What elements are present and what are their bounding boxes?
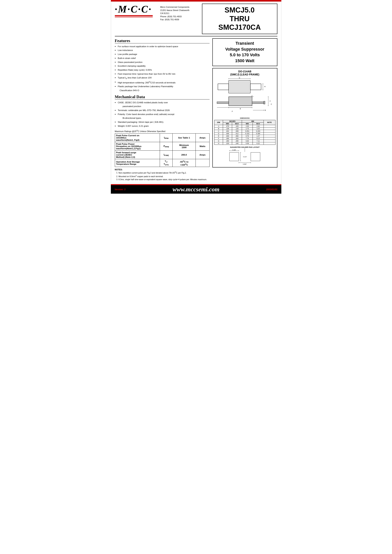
table-row: G.260.2806.607.11 (214, 140, 275, 142)
left-column: Features For surface mount application i… (115, 38, 210, 181)
bottom-footer: Version: 3 www.mccsemi.com 2003/01/01 (111, 185, 281, 194)
dim-mm-header: MM (242, 120, 264, 122)
svg-text:0.185: 0.185 (232, 149, 236, 151)
two-column-layout: Features For surface mount application i… (115, 38, 277, 181)
mech-item: CASE: JEDEC DO-214AB molded plastic body… (115, 101, 210, 108)
rating-symbol: IFSM) (160, 151, 173, 159)
table-row: C.002.0080.0510.203 (214, 130, 275, 132)
mechanical-title: Mechanical Data (115, 94, 210, 99)
svg-text:C: C (271, 103, 272, 105)
dim-mm-max-header: MAX (253, 122, 264, 125)
note-item: Non-repetitive current pulse per Fig.3 a… (119, 171, 210, 174)
table-row: E.030.0500.761.27 (214, 135, 275, 137)
rating-unit (196, 159, 209, 167)
mech-item: Polarity: Color band denotes positive en… (115, 112, 210, 120)
feature-item: Typical ID less than 1uA above 10V (115, 76, 210, 80)
logo: ·M·C·C· (115, 4, 152, 15)
feature-item: Fast response time: typical less than 1p… (115, 72, 210, 76)
table-row: D.006.0120.1520.305 (214, 132, 275, 135)
svg-rect-33 (251, 152, 260, 161)
company-name: Micro Commercial Components (160, 6, 198, 9)
rating-label: Peak Pulse PowerDisspation on 10/1000usw… (115, 142, 160, 151)
notes-section: NOTES: Non-repetitive current pulse per … (115, 168, 210, 181)
svg-rect-12 (229, 97, 252, 106)
rating-label: Operation And StorageTemperature Range (115, 159, 160, 167)
date-label: 2003/01/01 (262, 188, 278, 191)
logo-area: ·M·C·C· (115, 4, 156, 17)
svg-rect-15 (264, 101, 265, 104)
feature-item: Built-in strain relief (115, 56, 210, 60)
fax: Fax: (818) 701-4939 (160, 18, 198, 21)
svg-text:F: F (232, 111, 233, 112)
note-item: 8.3ms, single half sine-wave or equivale… (119, 178, 210, 181)
table-row: A.079.1032.002.62 (214, 125, 275, 127)
svg-text:A: A (269, 100, 271, 102)
feature-item: Repetition Rate( duty cycle): 0.05% (115, 68, 210, 72)
svg-rect-2 (250, 84, 261, 90)
dim-mm-min-header: MIN (242, 122, 253, 125)
feature-item: Plastic package has Underwrites Laborato… (115, 84, 210, 92)
part-number: SMCJ5.0THRUSMCJ170CA (204, 6, 275, 32)
feature-item: For surface mount application in order t… (115, 44, 210, 49)
dim-col-header: D/M (214, 120, 223, 125)
table-row: F.305.3207.758.13 (214, 137, 275, 140)
dimensions-label: DIMENSIONS (214, 117, 275, 119)
solder-pad-title: SUGGESTED SOLDER PAD LAYOUT (214, 146, 275, 148)
dim-note-header: NOTE (264, 120, 275, 125)
package-diagram-box: DO-214AB (SMCJ) (LEAD FRAME) G (212, 68, 277, 168)
ratings-table: Peak Pulse Current on10/1000uswaveform(N… (115, 133, 210, 167)
right-column: Transient Voltage Suppressor 5.0 to 170 … (212, 38, 277, 181)
rating-symbol: PPPM (160, 142, 173, 151)
phone: Phone: (818) 701-4933 (160, 15, 198, 18)
package-diagram-svg: G H D (214, 77, 275, 117)
dim-max-header: MAX (232, 122, 242, 125)
notes-title: NOTES: (115, 168, 210, 171)
rating-label: Peak forward surgecurrent (JEDECMethod) … (115, 151, 160, 159)
feature-item: Low profile package (115, 52, 210, 56)
feature-list: For surface mount application in order t… (115, 44, 210, 92)
address2: CA 91311 (160, 12, 198, 15)
rating-value: Minimum1500 (173, 142, 196, 151)
rating-symbol: IPPM (160, 133, 173, 142)
svg-rect-32 (230, 152, 239, 161)
notes-list: Non-repetitive current pulse per Fig.3 a… (115, 171, 210, 181)
svg-text:0.121": 0.121" (243, 156, 247, 158)
dimensions-table: D/M INCHES MM NOTE MIN MAX MIN MAX (214, 120, 275, 145)
address1: 21201 Itasca Street Chatsworth (160, 9, 198, 12)
rating-symbol: TJ,TSTG (160, 159, 173, 167)
table-row: B.108.1282.753.25 (214, 127, 275, 130)
rating-label: Peak Pulse Current on10/1000uswaveform(N… (115, 133, 160, 142)
mechanical-list: CASE: JEDEC DO-214AB molded plastic body… (115, 101, 210, 128)
feature-item: Low inductance (115, 48, 210, 52)
dim-table-body: A.079.1032.002.62 B.108.1282.753.25 C.00… (214, 125, 275, 145)
dim-inches-header: INCHES (223, 120, 242, 122)
svg-text:H: H (264, 86, 266, 88)
svg-text:E: E (240, 108, 241, 110)
product-description-box: Transient Voltage Suppressor 5.0 to 170 … (212, 38, 277, 66)
max-ratings-label: Maximum Ratings @25OC Unless Otherwise S… (115, 130, 210, 133)
package-title: DO-214AB (SMCJ) (LEAD FRAME) (214, 70, 275, 76)
mechanical-section: Mechanical Data CASE: JEDEC DO-214AB mol… (115, 94, 210, 128)
svg-rect-1 (218, 84, 229, 90)
svg-rect-3 (230, 82, 249, 92)
version-label: Version: 3 (115, 188, 130, 191)
rating-value: -55OC to+150OC (173, 159, 196, 167)
solder-pad-section: SUGGESTED SOLDER PAD LAYOUT 0.185 (214, 146, 275, 166)
svg-text:B: B (265, 109, 266, 111)
svg-rect-14 (252, 102, 264, 104)
svg-rect-13 (217, 102, 229, 104)
table-row: H.220.2455.596.22 (214, 142, 275, 145)
solder-pad-svg: 0.185 0.121" 0.060" (228, 148, 262, 165)
header-section: ·M·C·C· Micro Commercial Components 2120… (115, 4, 277, 36)
rating-unit: Amps (196, 133, 209, 142)
features-title: Features (115, 38, 210, 43)
dim-min-header: MIN (223, 122, 232, 125)
rating-value: See Table 1 (173, 133, 196, 142)
top-red-bar (111, 0, 281, 1)
features-section: Features For surface mount application i… (115, 38, 210, 92)
product-title: Transient Voltage Suppressor 5.0 to 170 … (215, 41, 275, 64)
note-item: Mounted on 8.0mm2 copper pads to each te… (119, 174, 210, 178)
mech-item: Standard packaging: 16mm tape per ( EIA … (115, 120, 210, 124)
rating-unit: Watts (196, 142, 209, 151)
logo-red-lines (115, 15, 153, 17)
